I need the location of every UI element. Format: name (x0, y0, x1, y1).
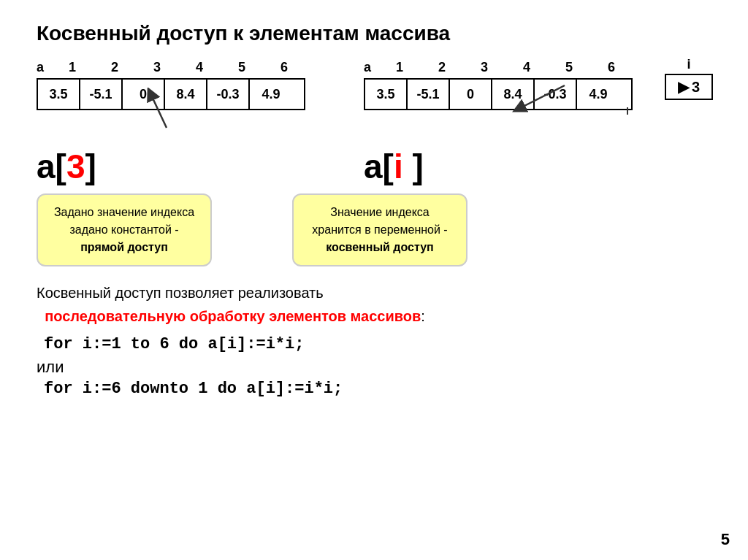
desc-text2: : (421, 308, 425, 324)
left-index-2: 2 (94, 60, 136, 75)
right-exp-line1: Значение индекса (330, 206, 429, 218)
ai-prefix: a[ (364, 147, 394, 185)
ai-suffix: ] (403, 147, 424, 185)
right-diagonal-arrow (422, 64, 568, 122)
left-cell-5: -0.3 (207, 80, 250, 109)
svg-line-2 (519, 85, 565, 109)
left-cell-6: 4.9 (250, 80, 292, 109)
right-array-block: a 1 2 3 4 5 6 3.5 -5.1 0 8.4 -0.3 4.9 i … (364, 60, 633, 186)
code-line1: for i:=1 to 6 do a[i]:=i*i; (44, 335, 711, 353)
right-array-var: a (364, 60, 375, 75)
left-index-1: 1 (51, 60, 94, 75)
right-cell-1: 3.5 (365, 80, 408, 109)
a3-label: a[3] (37, 147, 96, 185)
left-cell-1: 3.5 (38, 80, 80, 109)
right-exp-line3: косвенный доступ (326, 241, 433, 253)
right-exp-line2: хранится в переменной - (312, 223, 447, 236)
left-explanation-box: Задано значение индекса задано константо… (37, 193, 212, 266)
desc-highlight: последовательную обработку элементов мас… (45, 308, 421, 324)
right-cell-6: 4.9 (577, 80, 619, 109)
left-exp-line1: Задано значение индекса (54, 206, 194, 218)
left-exp-line3: прямой доступ (80, 241, 168, 253)
left-array-indices: 1 2 3 4 5 6 (51, 60, 305, 75)
page-title: Косвенный доступ к элементам массива (37, 22, 711, 45)
ai-label: a[i ] (364, 147, 424, 185)
right-explanation-box: Значение индекса хранится в переменной -… (292, 193, 468, 266)
left-array-block: a 1 2 3 4 5 6 3.5 -5.1 0 8.4 -0.3 4.9 (37, 60, 305, 186)
desc-text1: Косвенный доступ позволяет реализовать (37, 285, 324, 301)
right-index-1: 1 (378, 60, 421, 75)
left-exp-line2: задано константой - (69, 223, 178, 236)
a3-index: 3 (66, 147, 85, 185)
diagrams-section: a 1 2 3 4 5 6 3.5 -5.1 0 8.4 -0.3 4.9 (37, 60, 711, 186)
a3-expression: a[3] (37, 147, 305, 186)
left-index-6: 6 (263, 60, 305, 75)
description-section: Косвенный доступ позволяет реализовать п… (37, 281, 711, 328)
left-index-3: 3 (136, 60, 178, 75)
a3-suffix: ] (85, 147, 96, 185)
a3-prefix: a[ (37, 147, 66, 185)
ili-label: или (37, 358, 711, 377)
left-index-4: 4 (178, 60, 221, 75)
code-line2: for i:=6 downto 1 do a[i]:=i*i; (44, 380, 711, 398)
left-array-var: a (37, 60, 48, 75)
left-index-5: 5 (221, 60, 263, 75)
left-arrow-svg (145, 88, 188, 131)
ai-expression: a[i ] (364, 147, 633, 186)
page-number: 5 (721, 530, 730, 549)
left-array-label-row: a 1 2 3 4 5 6 (37, 60, 305, 75)
ai-index: i (394, 147, 403, 185)
svg-line-0 (150, 93, 167, 128)
left-cell-2: -5.1 (80, 80, 123, 109)
explanation-section: Задано значение индекса задано константо… (37, 193, 711, 266)
right-arrow-svg (624, 67, 711, 118)
